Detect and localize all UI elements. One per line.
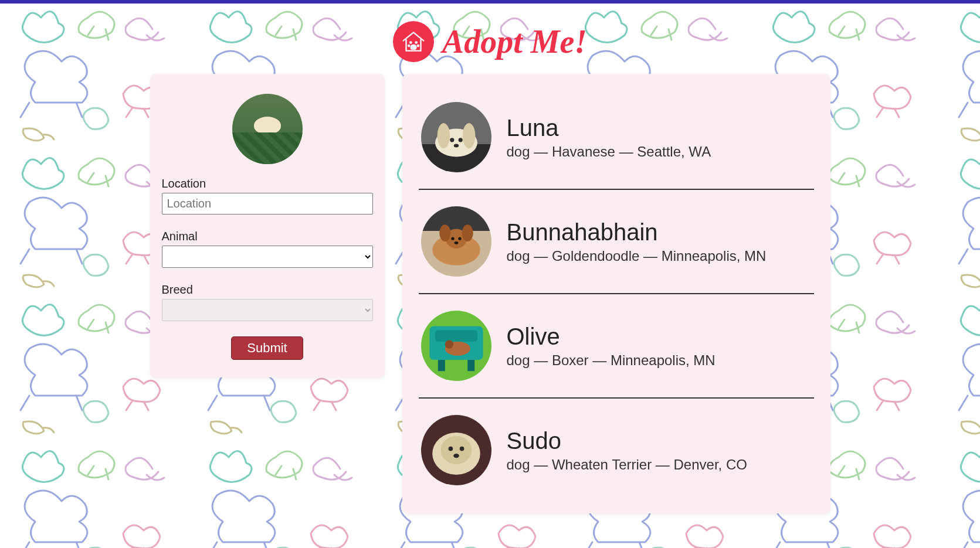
svg-point-28 xyxy=(445,340,453,348)
result-item[interactable]: Bunnahabhain dog — Goldendoodle — Minnea… xyxy=(419,190,814,294)
pet-photo xyxy=(421,206,491,277)
svg-point-2 xyxy=(415,41,418,44)
breed-field: Breed xyxy=(162,283,373,321)
result-item[interactable]: Luna dog — Havanese — Seattle, WA xyxy=(419,86,814,190)
search-panel: Location Animal Breed Submit xyxy=(150,74,385,377)
svg-rect-14 xyxy=(421,206,491,231)
pet-name: Bunnahabhain xyxy=(507,219,767,246)
svg-point-10 xyxy=(450,138,454,142)
svg-point-33 xyxy=(459,447,464,451)
breed-select xyxy=(162,299,373,321)
location-field: Location xyxy=(162,177,373,215)
svg-point-19 xyxy=(451,237,454,240)
results-panel: Luna dog — Havanese — Seattle, WA xyxy=(402,74,830,513)
logo-title: Adopt Me! xyxy=(442,23,587,60)
selected-pet-preview xyxy=(232,94,303,164)
svg-rect-24 xyxy=(435,331,477,342)
site-header: Adopt Me! xyxy=(0,4,980,74)
svg-point-17 xyxy=(439,224,450,241)
svg-point-11 xyxy=(458,138,462,142)
svg-point-20 xyxy=(458,237,461,240)
logo-icon xyxy=(393,21,434,62)
svg-point-4 xyxy=(416,45,419,47)
pet-photo xyxy=(421,311,491,381)
pet-details: dog — Boxer — Minneapolis, MN xyxy=(507,352,715,369)
svg-point-9 xyxy=(462,123,475,148)
location-label: Location xyxy=(162,177,373,190)
pet-details: dog — Goldendoodle — Minneapolis, MN xyxy=(507,248,767,264)
svg-point-31 xyxy=(440,436,472,464)
pet-name: Luna xyxy=(507,115,711,141)
svg-point-34 xyxy=(453,454,459,458)
svg-point-1 xyxy=(409,41,412,44)
svg-point-8 xyxy=(437,123,450,148)
pet-name: Sudo xyxy=(507,428,747,454)
svg-point-32 xyxy=(448,447,453,451)
result-item[interactable]: Sudo dog — Wheaten Terrier — Denver, CO xyxy=(419,399,814,502)
result-item[interactable]: Olive dog — Boxer — Minneapolis, MN xyxy=(419,294,814,399)
svg-rect-25 xyxy=(438,360,445,371)
submit-button[interactable]: Submit xyxy=(231,336,303,360)
pet-photo xyxy=(421,415,491,485)
pet-name: Olive xyxy=(507,324,715,350)
svg-point-18 xyxy=(462,224,473,241)
breed-label: Breed xyxy=(162,283,373,297)
animal-select[interactable] xyxy=(162,246,373,268)
animal-label: Animal xyxy=(162,230,373,243)
svg-point-21 xyxy=(454,241,458,244)
svg-point-3 xyxy=(408,45,411,47)
svg-rect-26 xyxy=(467,360,474,371)
svg-point-12 xyxy=(453,144,458,147)
pet-photo xyxy=(421,102,491,172)
pet-details: dog — Havanese — Seattle, WA xyxy=(507,144,711,160)
animal-field: Animal xyxy=(162,230,373,268)
location-input[interactable] xyxy=(162,193,373,215)
pet-details: dog — Wheaten Terrier — Denver, CO xyxy=(507,457,747,473)
